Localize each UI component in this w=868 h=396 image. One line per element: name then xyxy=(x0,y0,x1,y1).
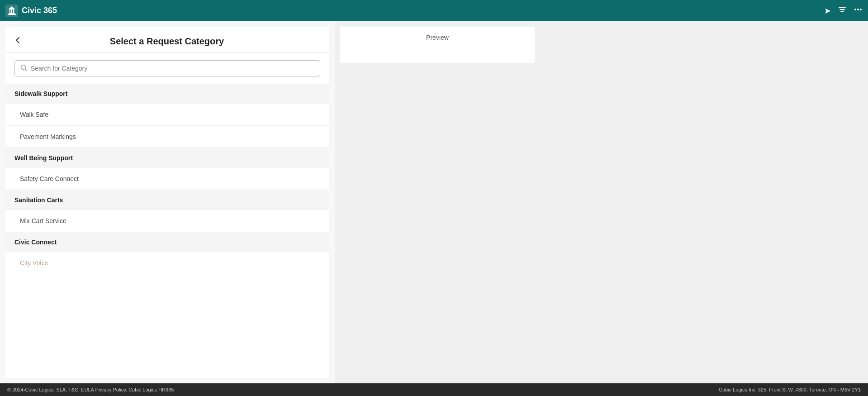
left-panel: Select a Request Category xyxy=(0,21,335,383)
list-item[interactable]: Pavement Markings xyxy=(5,126,329,148)
svg-rect-6 xyxy=(8,14,16,15)
more-button[interactable] xyxy=(854,5,863,16)
category-group-sidewalk: Sidewalk Support Walk Safe Pavement Mark… xyxy=(5,84,329,148)
send-icon: ➤ xyxy=(824,6,831,16)
back-icon xyxy=(14,36,22,47)
category-group-header-sidewalk: Sidewalk Support xyxy=(5,84,329,104)
header-actions: ➤ xyxy=(824,5,863,16)
svg-rect-5 xyxy=(9,13,15,14)
category-group-civic: Civic Connect City Voice xyxy=(5,232,329,274)
category-list: Sidewalk Support Walk Safe Pavement Mark… xyxy=(5,84,329,378)
panel-inner: Select a Request Category xyxy=(5,27,329,378)
search-icon xyxy=(20,64,27,72)
filter-button[interactable] xyxy=(838,5,846,16)
svg-rect-4 xyxy=(13,10,14,13)
panel-title: Select a Request Category xyxy=(27,36,307,47)
category-group-header-sanitation: Sanitation Carts xyxy=(5,190,329,210)
category-group-header-civic: Civic Connect xyxy=(5,232,329,252)
svg-point-11 xyxy=(857,9,859,10)
svg-rect-2 xyxy=(9,10,10,13)
list-item[interactable]: Walk Safe xyxy=(5,104,329,126)
footer: © 2024-Cubic Logics. SLA. T&C. EULA Priv… xyxy=(0,383,868,396)
list-item[interactable]: Mix Cart Service xyxy=(5,210,329,232)
svg-rect-3 xyxy=(11,10,12,13)
brand-name: Civic 365 xyxy=(22,6,57,15)
list-item[interactable]: Safety Care Connect xyxy=(5,168,329,190)
svg-point-12 xyxy=(860,9,862,10)
right-panel: Preview xyxy=(335,21,868,383)
preview-label: Preview xyxy=(351,34,524,41)
search-box xyxy=(14,60,320,76)
search-input[interactable] xyxy=(31,65,314,72)
header: Civic 365 ➤ xyxy=(0,0,868,21)
back-button[interactable] xyxy=(14,36,22,47)
list-item[interactable]: City Voice xyxy=(5,252,329,274)
category-group-sanitation: Sanitation Carts Mix Cart Service xyxy=(5,190,329,232)
svg-line-14 xyxy=(25,69,27,71)
category-group-header-wellbeing: Well Being Support xyxy=(5,148,329,168)
more-icon xyxy=(854,5,863,16)
svg-point-10 xyxy=(854,9,856,10)
footer-right: Cubic Logics Inc. 325, Front St W, #300,… xyxy=(719,387,861,392)
brand: Civic 365 xyxy=(5,5,824,17)
preview-box: Preview xyxy=(340,27,535,63)
panel-header: Select a Request Category xyxy=(5,27,329,53)
filter-icon xyxy=(838,5,846,16)
civic-logo-icon xyxy=(5,5,18,17)
send-button[interactable]: ➤ xyxy=(824,6,831,16)
footer-left: © 2024-Cubic Logics. SLA. T&C. EULA Priv… xyxy=(7,387,174,392)
search-container xyxy=(5,53,329,84)
main-content: Select a Request Category xyxy=(0,21,868,383)
category-group-wellbeing: Well Being Support Safety Care Connect xyxy=(5,148,329,190)
